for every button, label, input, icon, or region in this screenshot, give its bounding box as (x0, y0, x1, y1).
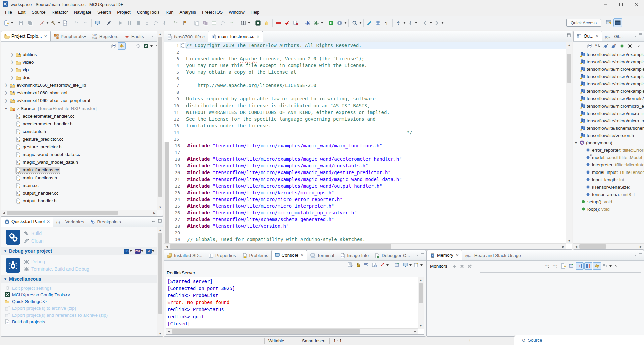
minimize-view-icon[interactable] (152, 33, 156, 38)
build-icon[interactable] (49, 19, 57, 27)
console-tab[interactable]: 010Image Info (337, 251, 372, 260)
build-icon-dropdown[interactable] (58, 22, 61, 24)
tree-item[interactable]: coutput_handler.cc (1, 189, 157, 197)
link-renderings-icon[interactable] (593, 262, 601, 270)
menu-file[interactable]: File (2, 9, 15, 15)
chevron-right-icon[interactable]: ❯ (3, 83, 9, 87)
minimize-view-icon[interactable] (561, 33, 565, 38)
word-wrap-icon[interactable] (363, 262, 370, 268)
maximize-view-icon[interactable] (421, 252, 424, 257)
add-monitor-icon[interactable] (452, 264, 457, 269)
editor-vscrollbar[interactable]: ▲▼ (566, 42, 572, 244)
instruction-stepping-icon[interactable] (181, 19, 189, 27)
delete-config-icon[interactable] (292, 19, 300, 27)
tree-item[interactable]: ❯cutilities (1, 51, 157, 58)
outline-function[interactable]: loop() : void (573, 205, 644, 213)
profile-icon[interactable] (336, 19, 344, 27)
search-icon-dropdown[interactable] (359, 22, 362, 24)
new-console-dropdown-icon[interactable] (420, 264, 423, 266)
close-tab-icon[interactable]: ✕ (595, 34, 599, 39)
code-editor[interactable]: 1/* Copyright 2019 The TensorFlow Author… (164, 42, 566, 244)
updown-icon[interactable] (394, 19, 402, 27)
remove-all-monitors-icon[interactable] (467, 264, 472, 269)
tree-item[interactable]: cmain_functions.cc (1, 166, 157, 174)
outline-include[interactable]: tensorflow/lite/micro/examples/magic_wan… (573, 65, 644, 73)
menu-help[interactable]: Help (248, 9, 263, 15)
hide-static-icon[interactable]: s (610, 43, 618, 49)
source-link[interactable]: Source (528, 338, 542, 343)
build-all-icon[interactable]: 010 (61, 19, 69, 27)
probe-ls-button[interactable]: LS (124, 249, 129, 254)
console-tab[interactable]: Terminal (307, 251, 337, 260)
layout-icon[interactable] (602, 263, 609, 269)
probe-dropdown-icon[interactable] (129, 250, 132, 252)
view-menu-icon[interactable] (613, 263, 620, 269)
suspend-icon[interactable] (125, 19, 133, 27)
toggle-table-icon[interactable] (584, 262, 592, 270)
freertos-b-icon[interactable] (312, 19, 320, 27)
maximize-view-icon[interactable] (639, 33, 642, 38)
outline-include[interactable]: tensorflow/lite/micro/examples/magic_wan… (573, 80, 644, 87)
outline-include[interactable]: tensorflow/lite/micro/examples/magic_wan… (573, 73, 644, 80)
outline-namespace[interactable]: ▼N(anonymous) (573, 139, 644, 146)
minimize-view-icon[interactable] (152, 219, 156, 224)
chevron-right-icon[interactable]: ❯ (9, 52, 15, 57)
chevron-down-icon[interactable]: ▼ (3, 107, 9, 110)
misc-section-header[interactable]: ▼Miscellaneous (1, 275, 157, 283)
console-tab[interactable]: Installed SD... (164, 251, 205, 260)
tree-item[interactable]: cmagic_wand_model_data.cc (1, 151, 157, 158)
chevron-right-icon[interactable]: ❯ (9, 68, 15, 72)
annotate-icon-dropdown[interactable] (415, 22, 418, 24)
quickstart-misc-item[interactable]: MCUXpresso Config Tools>> (1, 291, 157, 298)
menu-navigate[interactable]: Navigate (71, 9, 94, 15)
outline-tab[interactable]: Ou...✕ (573, 31, 602, 41)
outline-hscrollbar[interactable]: ◀▶ (573, 243, 644, 249)
console-output[interactable]: [Started server][Connected on port 3025]… (166, 277, 424, 335)
tree-item[interactable]: caccelerometer_handler.cc (1, 112, 157, 120)
outline-include[interactable]: tensorflow/lite/micro/micro_error_report… (573, 102, 644, 110)
explorer-tab[interactable]: Faults (121, 31, 147, 41)
outline-member[interactable]: input_length : int (573, 176, 644, 183)
explorer-tab[interactable]: Project Explo...✕ (1, 31, 51, 41)
layout-dropdown-icon[interactable] (609, 265, 612, 267)
maximize-view-icon[interactable] (639, 252, 642, 257)
console-hscrollbar[interactable]: ◀▶ (166, 328, 418, 334)
explorer-hscrollbar[interactable]: ◀▶ (1, 210, 157, 216)
pins-icon[interactable] (263, 19, 271, 27)
search-icon[interactable] (351, 19, 359, 27)
trim-handle[interactable]: ⋮ (468, 338, 472, 343)
pin-memory-icon[interactable] (568, 263, 575, 269)
profile-icon-dropdown[interactable] (344, 22, 347, 24)
explorer-vscrollbar[interactable]: ▲▼ (157, 31, 163, 210)
quick-access-button[interactable]: Quick Access (566, 19, 601, 27)
maximize-view-icon[interactable] (158, 219, 162, 224)
outline-member[interactable]: interpreter : tflite::MicroInterpreter (573, 161, 644, 168)
table-icon[interactable] (374, 19, 382, 27)
editor-tab[interactable]: cfxos8700_fifo.c (164, 32, 208, 42)
display-dropdown-icon[interactable] (409, 264, 412, 266)
outline-member[interactable]: model_input : TfLiteTensor (573, 168, 644, 176)
minimize-view-icon[interactable] (633, 33, 636, 38)
hide-fields-icon[interactable] (602, 43, 609, 49)
tree-item[interactable]: ❯cevkmimxrt1060_xbar_aoi_peripheral (1, 97, 157, 105)
new-rendering-a-icon[interactable]: 1010 (543, 263, 551, 269)
outline-include[interactable]: tensorflow/lite/micro/examples/magic_wan… (573, 51, 644, 58)
pencil-icon[interactable] (365, 19, 373, 27)
new-wizard-icon[interactable] (2, 19, 10, 27)
explorer-tab[interactable]: Peripherals+ (51, 31, 89, 41)
skip-breakpoints-icon[interactable] (38, 19, 46, 27)
forward-icon[interactable] (433, 19, 441, 27)
menu-project[interactable]: Project (114, 9, 133, 15)
memory-tab[interactable]: Memory✕ (427, 250, 462, 260)
chevron-right-icon[interactable]: ❯ (3, 98, 9, 103)
quickstart-tab[interactable]: Breakpoints (87, 217, 124, 227)
pin-console-icon[interactable] (379, 262, 386, 268)
close-tab-icon[interactable]: ✕ (44, 34, 47, 39)
pilcrow-icon[interactable]: ¶ (383, 19, 391, 27)
scroll-lock-icon[interactable] (355, 262, 362, 268)
tree-item[interactable]: coutput_handler.h (1, 197, 157, 205)
pin-dropdown-icon[interactable] (386, 264, 389, 266)
console-tab[interactable]: Console✕ (271, 250, 307, 260)
show-on-output-icon[interactable] (371, 262, 378, 268)
probe-dropdown-icon[interactable] (141, 250, 144, 252)
